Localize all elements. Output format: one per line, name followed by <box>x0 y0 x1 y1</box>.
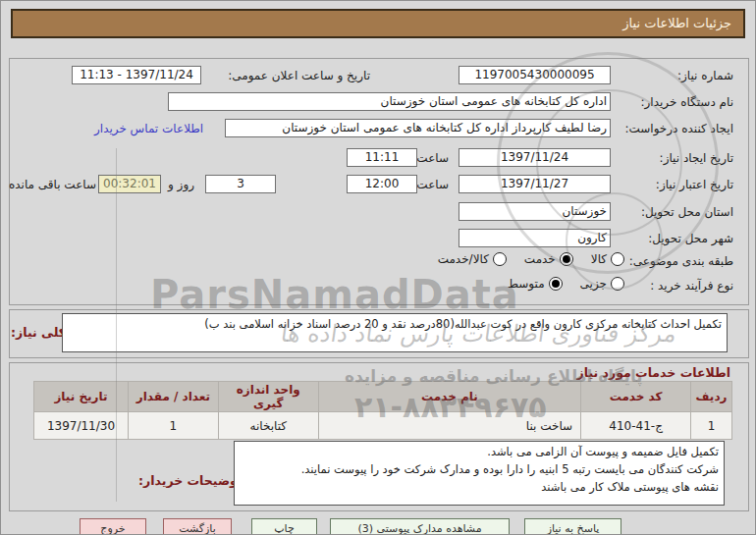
radio-icon[interactable] <box>611 252 624 266</box>
col-header-quantity: تعداد / مقدار <box>129 382 219 412</box>
delivery-province-label: استان محل تحویل: <box>641 205 733 219</box>
radio-option-goods[interactable]: کالا <box>591 252 624 266</box>
radio-label: کالا <box>591 252 607 266</box>
col-header-service-name: نام خدمت <box>318 382 580 412</box>
buyer-notes-textbox[interactable]: تکمیل فایل ضمیمه و پیوست آن الزامی می با… <box>234 441 725 506</box>
process-type-label: نوع فرآیند خرید : <box>650 279 733 293</box>
col-header-need-date: تاریخ نیاز <box>34 382 129 412</box>
print-button[interactable]: چاپ <box>251 518 317 535</box>
remaining-days-field[interactable]: 3 <box>205 175 276 193</box>
process-type-radio-group: جزیی متوسط <box>508 277 624 291</box>
delivery-province-field[interactable]: خوزستان <box>459 202 611 221</box>
announce-datetime-label: تاریخ و ساعت اعلان عمومی: <box>228 69 370 82</box>
col-header-service-code: کد خدمت <box>581 382 691 412</box>
delivery-city-label: شهر محل تحویل: <box>648 232 733 245</box>
respond-to-need-button[interactable]: پاسخ به نیاز <box>524 518 621 535</box>
buyer-contact-link[interactable]: اطلاعات تماس خریدار <box>94 122 203 135</box>
buyer-notes-label: توضیحات خریدار: <box>138 473 243 488</box>
cell-service-code: ج-41-410 <box>581 412 691 440</box>
col-header-row-number: ردیف <box>691 382 732 412</box>
radio-option-service[interactable]: خدمت <box>524 252 573 266</box>
created-date-label: تاریخ ایجاد نیاز: <box>660 151 733 165</box>
radio-label: جزیی <box>580 277 607 291</box>
request-creator-field[interactable]: رضا لطیف کارپرداز اداره کل کتابخانه های … <box>225 119 611 137</box>
buyer-note-line: نقشه های پیوستی ملاک کار می باشند <box>240 479 719 497</box>
remaining-suffix-label: ساعت باقی مانده <box>9 178 96 191</box>
created-time-label: ساعت <box>416 151 449 165</box>
services-section-title: اطلاعات خدمات مورد نیاز <box>577 365 731 380</box>
cell-quantity: 1 <box>129 412 219 440</box>
table-header-row: ردیف کد خدمت نام خدمت واحد اندازه گیری ت… <box>34 382 732 412</box>
radio-icon[interactable] <box>560 252 573 266</box>
col-header-unit: واحد اندازه گیری <box>218 382 318 412</box>
expiry-time-field[interactable]: 12:00 <box>347 175 417 193</box>
radio-icon[interactable] <box>493 252 507 266</box>
buyer-org-field[interactable]: اداره کل کتابخانه های عمومی استان خوزستا… <box>168 92 611 111</box>
radio-icon[interactable] <box>549 277 563 291</box>
exit-button[interactable]: خروج <box>80 518 146 535</box>
expiry-date-field[interactable]: 1397/11/27 <box>459 175 611 193</box>
description-textbox[interactable]: تکمیل احداث کتابخانه مرکزی کارون واقع در… <box>62 313 728 352</box>
created-date-field[interactable]: 1397/11/24 <box>459 148 611 167</box>
expiry-time-label: ساعت <box>416 178 449 191</box>
cell-unit: کتابخانه <box>218 412 318 440</box>
radio-label: متوسط <box>508 277 545 291</box>
need-details-window: جزئیات اطلاعات نیاز شماره نیاز: 11970054… <box>0 0 756 535</box>
remaining-countdown-field: 00:32:01 <box>98 175 161 193</box>
radio-option-medium[interactable]: متوسط <box>508 277 563 291</box>
buyer-org-label: نام دستگاه خریدار: <box>641 95 734 109</box>
subject-class-radio-group: کالا خدمت کالا/خدمت <box>438 252 624 266</box>
radio-label: خدمت <box>524 252 556 266</box>
remaining-days-label: روز و <box>168 178 194 191</box>
buyer-note-line: شرکت کنندگان می بایست رتبه 5 ابنیه را دا… <box>240 461 719 479</box>
announce-datetime-field[interactable]: 11:13 - 1397/11/24 <box>72 66 201 84</box>
view-attachments-button[interactable]: مشاهده مدارک پیوستی (3) <box>330 518 510 535</box>
back-button[interactable]: بازگشت <box>163 518 232 535</box>
services-table: ردیف کد خدمت نام خدمت واحد اندازه گیری ت… <box>33 381 732 440</box>
cell-service-name: ساخت بنا <box>318 412 580 440</box>
cell-need-date: 1397/11/30 <box>34 412 129 440</box>
radio-option-minor[interactable]: جزیی <box>580 277 624 291</box>
need-number-field[interactable]: 1197005430000095 <box>459 66 611 84</box>
cell-row-number: 1 <box>691 412 732 440</box>
buyer-note-line: تکمیل فایل ضمیمه و پیوست آن الزامی می با… <box>240 444 719 461</box>
radio-icon[interactable] <box>611 277 624 291</box>
created-time-field[interactable]: 11:11 <box>347 148 417 167</box>
page-title: جزئیات اطلاعات نیاز <box>11 9 745 38</box>
delivery-city-field[interactable]: کارون <box>459 229 611 247</box>
need-number-label: شماره نیاز: <box>677 69 733 82</box>
subject-class-label: طبقه بندی موضوعی: <box>629 254 733 268</box>
request-creator-label: ایجاد کننده درخواست: <box>624 122 733 135</box>
radio-label: کالا/خدمت <box>438 252 489 266</box>
radio-option-goods-service[interactable]: کالا/خدمت <box>438 252 507 266</box>
table-row: 1 ج-41-410 ساخت بنا کتابخانه 1 1397/11/3… <box>34 412 732 440</box>
expiry-date-label: تاریخ اعتبار نیاز: <box>656 178 733 191</box>
